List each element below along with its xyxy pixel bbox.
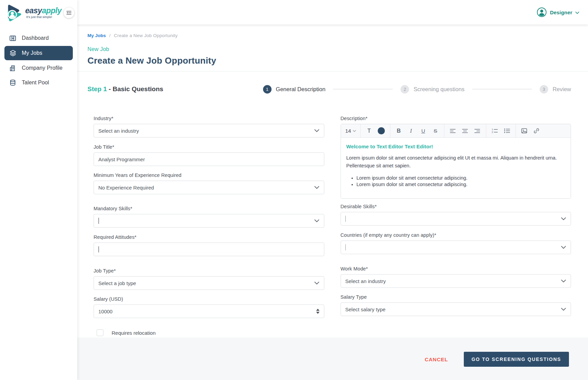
job-title-input[interactable]: [98, 156, 311, 162]
user-menu[interactable]: Designer: [537, 7, 579, 17]
step-review[interactable]: 3 Review: [540, 85, 571, 94]
italic-button[interactable]: I: [405, 126, 417, 136]
sidebar-menu: Dashboard My Jobs: [0, 31, 77, 89]
app-root: easyapply It's just that simple!: [0, 0, 588, 380]
brand-logo-icon: [5, 4, 23, 23]
sidebar-item-talent-pool[interactable]: Talent Pool: [4, 76, 73, 89]
breadcrumb-current: Create a New Job Opportunity: [114, 33, 178, 38]
align-right-button[interactable]: [471, 126, 484, 136]
image-icon: [521, 128, 527, 133]
breadcrumb: My Jobs / Create a New Job Opportunity: [87, 33, 571, 38]
required-attitudes-input[interactable]: [94, 243, 324, 256]
sidebar-item-label: Talent Pool: [22, 80, 49, 86]
chevron-down-icon: [314, 282, 319, 284]
text-color-button[interactable]: T: [363, 126, 375, 136]
cancel-button[interactable]: CANCEL: [425, 352, 448, 367]
sidebar-item-label: Company Profile: [22, 65, 63, 71]
editor-bullet-item: Lorem ipsum dolor sit amet consectetur a…: [357, 182, 566, 187]
unordered-list-icon: [504, 128, 510, 133]
chevron-down-icon: [353, 130, 356, 132]
salary-number-input-wrap: [94, 304, 324, 318]
rich-text-editor: 14 T B I U: [341, 124, 571, 199]
color-swatch-button[interactable]: [375, 126, 388, 136]
align-center-button[interactable]: [459, 126, 471, 136]
text-caret: [345, 244, 346, 250]
min-experience-label: Minimum Years of Experience Required: [94, 172, 324, 178]
go-to-screening-questions-button[interactable]: GO TO SCREENING QUESTIONS: [464, 352, 569, 367]
building-icon: [9, 64, 17, 72]
unordered-list-button[interactable]: [501, 126, 513, 136]
insert-link-button[interactable]: [530, 126, 543, 136]
align-right-icon: [474, 129, 480, 133]
work-mode-select[interactable]: Select an industry: [341, 274, 571, 288]
user-avatar-icon: [537, 7, 547, 17]
industry-select[interactable]: Select an industry: [94, 124, 324, 137]
database-icon: [9, 79, 17, 86]
step-number-badge: 2: [401, 85, 409, 94]
sidebar-item-dashboard[interactable]: Dashboard: [4, 31, 73, 45]
sidebar-item-my-jobs[interactable]: My Jobs: [4, 46, 73, 60]
desirable-skills-label: Desirable Skills*: [341, 204, 571, 209]
bold-button[interactable]: B: [393, 126, 405, 136]
job-title-input-wrap: [94, 152, 324, 166]
industry-label: Industry*: [94, 116, 324, 121]
desirable-skills-multiselect[interactable]: [341, 212, 571, 226]
work-mode-label: Work Mode*: [341, 266, 571, 271]
salary-number-input[interactable]: [98, 309, 311, 314]
align-left-button[interactable]: [447, 126, 459, 136]
editor-heading: Welcome to Text Editor Text Editor!: [346, 144, 566, 149]
align-left-icon: [450, 129, 456, 133]
color-swatch-icon: [378, 127, 385, 134]
text-caret: [345, 216, 346, 222]
form-footer: CANCEL GO TO SCREENING QUESTIONS: [77, 337, 588, 380]
editor-bullet-list: Lorem ipsum dolor sit amet consectetur a…: [346, 175, 566, 187]
editor-paragraph: Lorem ipsum dolor sit amet consectetur a…: [346, 154, 566, 170]
page-eyebrow: New Job: [87, 46, 571, 52]
mandatory-skills-multiselect[interactable]: [94, 214, 324, 228]
align-center-icon: [462, 129, 468, 133]
ordered-list-button[interactable]: 1 2: [489, 126, 501, 136]
requires-relocation-checkbox[interactable]: [97, 329, 103, 336]
menu-fold-icon: [66, 11, 71, 15]
number-stepper-icon[interactable]: [316, 309, 320, 314]
underline-button[interactable]: U: [417, 126, 429, 136]
link-icon: [534, 128, 539, 134]
user-name: Designer: [550, 10, 572, 15]
salary-type-label: Salary Type: [341, 294, 571, 300]
editor-toolbar: 14 T B I U: [341, 124, 571, 138]
countries-label: Countries (if empty any country can appl…: [341, 232, 571, 238]
brand-wordmark: easyapply: [25, 7, 62, 15]
description-label: Description*: [341, 116, 571, 121]
requires-relocation-label: Requires relocation: [112, 330, 156, 336]
step-screening-questions[interactable]: 2 Screening questions: [401, 85, 464, 94]
sidebar-collapse-button[interactable]: [64, 7, 74, 18]
main-content: My Jobs / Create a New Job Opportunity N…: [77, 24, 588, 337]
form-right-column: Description* 14 T: [341, 116, 571, 336]
brand-tagline: It's just that simple!: [26, 15, 62, 19]
font-size-dropdown[interactable]: 14: [343, 126, 358, 136]
strikethrough-button[interactable]: S: [429, 126, 442, 136]
salary-type-select[interactable]: Select salary type: [341, 302, 571, 316]
insert-image-button[interactable]: [518, 126, 530, 136]
layers-icon: [9, 49, 17, 57]
text-caret: [98, 218, 99, 224]
step-general-description[interactable]: 1 General Description: [263, 85, 326, 94]
chevron-down-icon: [561, 217, 566, 220]
chevron-down-icon: [314, 186, 319, 189]
salary-label: Salary (USD): [94, 296, 324, 302]
breadcrumb-link-my-jobs[interactable]: My Jobs: [87, 33, 106, 38]
chevron-down-icon: [575, 12, 579, 14]
editor-content-area[interactable]: Welcome to Text Editor Text Editor! Lore…: [341, 138, 571, 198]
step-connector: [472, 89, 532, 89]
requires-relocation-field[interactable]: Requires relocation: [94, 329, 324, 336]
sidebar: easyapply It's just that simple!: [0, 0, 77, 380]
countries-multiselect[interactable]: [341, 241, 571, 254]
job-type-select[interactable]: Select a job type: [94, 276, 324, 290]
mandatory-skills-label: Mandatory Skills*: [94, 206, 324, 211]
header-divider: [77, 71, 588, 71]
sidebar-item-company-profile[interactable]: Company Profile: [4, 61, 73, 75]
step-heading: Step 1 - Basic Questions: [87, 85, 163, 93]
min-experience-select[interactable]: No Experience Required: [94, 181, 324, 194]
svg-text:2: 2: [492, 131, 493, 133]
dashboard-grid-icon: [9, 34, 17, 42]
